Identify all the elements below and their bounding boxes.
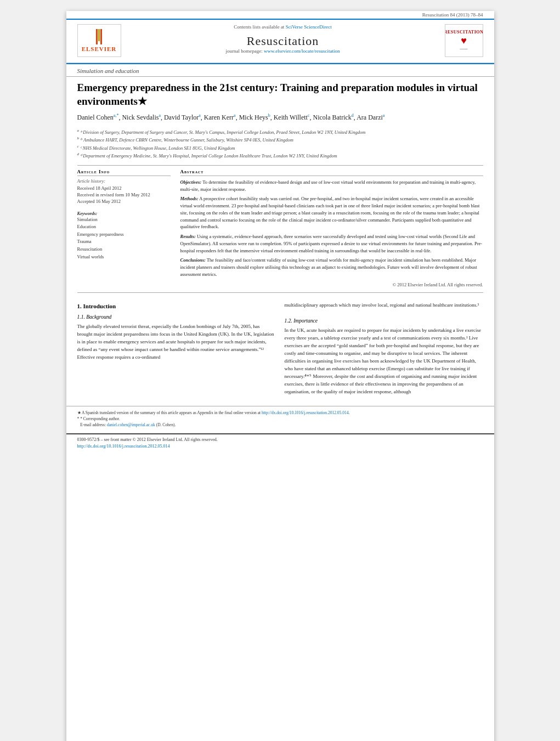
- journal-header: ELSEVIER Contents lists available at Sci…: [66, 20, 494, 63]
- keyword-simulation: Simulation: [77, 216, 171, 224]
- subsection2-title: 1.2. Importance: [285, 317, 483, 325]
- email-link[interactable]: daniel.cohen@imperial.ac.uk: [107, 422, 155, 427]
- affiliation-d-text: ᵈ Department of Emergency Medicine, St. …: [80, 153, 337, 159]
- subsection1-title-text: 1.1. Background: [77, 314, 112, 320]
- accepted-date: Accepted 16 May 2012: [77, 199, 171, 205]
- objectives-text: To determine the feasibility of evidence…: [180, 179, 476, 192]
- email-label-text: E-mail address:: [80, 422, 106, 427]
- journal-title: Resuscitation: [127, 34, 439, 48]
- keywords-label-text: Keywords:: [77, 211, 98, 216]
- body-two-col: 1. Introduction 1.1. Background The glob…: [77, 302, 483, 395]
- keywords-label: Keywords:: [77, 211, 171, 216]
- corresponding-footnote: * * Corresponding author.: [77, 416, 483, 422]
- keyword-emergency: Emergency preparedness: [77, 231, 171, 239]
- subsection2-body-text: In the UK, acute hospitals are required …: [285, 327, 482, 394]
- section-tag: Simulation and education: [66, 64, 494, 77]
- article-info-heading: Article Info: [77, 169, 171, 176]
- right-col-intro-text: multidisciplinary approach which may inv…: [285, 302, 479, 308]
- abstract-methods: Methods: A prospective cohort feasibilit…: [180, 195, 483, 230]
- keyword-virtual: Virtual worlds: [77, 253, 171, 261]
- subsection1-text: The globally elevated terrorist threat, …: [77, 323, 276, 361]
- abstract-heading: Abstract: [180, 169, 483, 176]
- elsevier-text: ELSEVIER: [82, 46, 117, 52]
- kw-resuscitation: Resuscitation: [77, 246, 103, 252]
- homepage-link[interactable]: www.elsevier.com/locate/resuscitation: [264, 48, 340, 54]
- issn-text: 0300-9572/$ – see front matter © 2012 El…: [77, 437, 218, 442]
- abstract-objectives: Objectives: To determine the feasibility…: [180, 179, 483, 193]
- section-tag-text: Simulation and education: [77, 67, 139, 74]
- section1-title: 1. Introduction: [77, 302, 276, 311]
- conclusions-text: The feasibility and face/content validit…: [180, 257, 477, 277]
- objectives-label: Objectives:: [180, 179, 202, 185]
- copyright: © 2012 Elsevier Ireland Ltd. All rights …: [180, 281, 483, 289]
- kw-virtual: Virtual worlds: [77, 254, 104, 259]
- email-text: daniel.cohen@imperial.ac.uk: [107, 422, 155, 427]
- article-info-column: Article Info Article history: Received 1…: [77, 169, 171, 289]
- resuscitation-logo: RESUSCITATION ♥ ——: [445, 30, 483, 52]
- keyword-trauma: Trauma: [77, 238, 171, 246]
- sciverse-prefix: Contents lists available at: [234, 24, 284, 30]
- affiliation-d: d ᵈ Department of Emergency Medicine, St…: [77, 151, 483, 160]
- kw-education: Education: [77, 224, 96, 229]
- methods-label: Methods:: [180, 196, 199, 201]
- sciverse-line: Contents lists available at SciVerse Sci…: [127, 24, 439, 30]
- results-label: Results:: [180, 234, 196, 239]
- abstract-text: Objectives: To determine the feasibility…: [180, 179, 483, 289]
- right-col-intro: multidisciplinary approach which may inv…: [285, 302, 483, 309]
- affiliation-a: a ᵃ Division of Surgery, Department of S…: [77, 128, 483, 136]
- affiliations-separator: [77, 165, 483, 166]
- abstract-column: Abstract Objectives: To determine the fe…: [180, 169, 483, 289]
- abstract-conclusions: Conclusions: The feasibility and face/co…: [180, 257, 483, 278]
- keyword-resuscitation: Resuscitation: [77, 246, 171, 253]
- authors: Daniel Cohena,*, Nick Sevdalisa, David T…: [66, 110, 494, 125]
- body-content: 1. Introduction 1.1. Background The glob…: [66, 296, 494, 401]
- accepted-text: Accepted 16 May 2012: [77, 199, 121, 204]
- abstract-separator: [77, 292, 483, 293]
- star-footnote-prefix: A Spanish translated version of the summ…: [82, 410, 262, 415]
- kw-simulation: Simulation: [77, 217, 98, 222]
- bottom-bar: 0300-9572/$ – see front matter © 2012 El…: [66, 433, 494, 452]
- doi-text: Resuscitation 84 (2013) 78–84: [422, 12, 483, 18]
- received-text: Received 18 April 2012: [77, 185, 122, 191]
- affiliations: a ᵃ Division of Surgery, Department of S…: [66, 126, 494, 162]
- subsection2-text: In the UK, acute hospitals are required …: [285, 327, 483, 395]
- history-label: Article history:: [77, 178, 171, 184]
- received-revised-text: Received in revised form 10 May 2012: [77, 192, 150, 197]
- star-footnote-link[interactable]: http://dx.doi.org/10.1016/j.resuscitatio…: [262, 410, 348, 415]
- journal-logo-right: RESUSCITATION ♥ ——: [445, 24, 483, 57]
- star-footnote: ★ A Spanish translated version of the su…: [77, 410, 483, 416]
- journal-center: Contents lists available at SciVerse Sci…: [121, 24, 445, 54]
- abstract-heading-text: Abstract: [180, 169, 204, 174]
- affiliation-a-text: ᵃ Division of Surgery, Department of Sur…: [80, 129, 365, 134]
- authors-text: Daniel Cohena,*, Nick Sevdalisa, David T…: [77, 114, 385, 121]
- abstract-results: Results: Using a systematic, evidence-ba…: [180, 233, 483, 254]
- email-footnote: E-mail address: daniel.cohen@imperial.ac…: [77, 422, 483, 428]
- bottom-doi-line: http://dx.doi.org/10.1016/j.resuscitatio…: [77, 443, 483, 450]
- kw-trauma: Trauma: [77, 239, 92, 244]
- sciverse-link-text: SciVerse ScienceDirect: [286, 24, 332, 30]
- sciverse-link[interactable]: SciVerse ScienceDirect: [286, 24, 332, 30]
- affiliation-b: b ᵇ Ambulance HART, Defence CBRN Centre,…: [77, 135, 483, 144]
- email-suffix-text: (D. Cohen).: [156, 422, 176, 427]
- subsection1-body-text: The globally elevated terrorist threat, …: [77, 324, 274, 360]
- results-text: Using a systematic, evidence-based appro…: [180, 234, 483, 253]
- issn-line: 0300-9572/$ – see front matter © 2012 El…: [77, 437, 483, 443]
- article-info-section: Article Info Article history: Received 1…: [77, 169, 171, 261]
- conclusions-label: Conclusions:: [180, 257, 206, 263]
- received-date: Received 18 April 2012: [77, 185, 171, 192]
- subsection1-title: 1.1. Background: [77, 313, 276, 321]
- bottom-doi-link[interactable]: http://dx.doi.org/10.1016/j.resuscitatio…: [77, 444, 170, 449]
- page: Resuscitation 84 (2013) 78–84 ELSEVIER C…: [66, 11, 494, 741]
- section1-title-text: 1. Introduction: [77, 303, 116, 309]
- affiliation-c: c ᶜ NHS Medical Directorate, Wellington …: [77, 144, 483, 152]
- corresponding-label-text: * Corresponding author.: [80, 416, 120, 421]
- star-footnote-link-text: http://dx.doi.org/10.1016/j.resuscitatio…: [262, 410, 348, 415]
- article-title: Emergency preparedness in the 21st centu…: [66, 77, 494, 110]
- journal-name-text: Resuscitation: [247, 34, 319, 48]
- copyright-text: © 2012 Elsevier Ireland Ltd. All rights …: [393, 282, 483, 287]
- homepage-prefix: journal homepage:: [226, 48, 263, 54]
- affiliation-b-text: ᵇ Ambulance HART, Defence CBRN Centre, W…: [80, 137, 293, 143]
- homepage-line: journal homepage: www.elsevier.com/locat…: [127, 48, 439, 54]
- received-revised-date: Received in revised form 10 May 2012: [77, 192, 171, 199]
- keyword-education: Education: [77, 223, 171, 231]
